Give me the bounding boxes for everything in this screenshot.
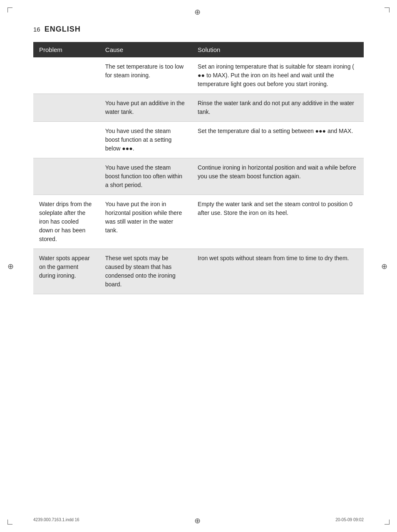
table-row: You have used the steam boost function a… [33,122,364,158]
cell-solution: Set an ironing temperature that is suita… [192,57,364,94]
corner-mark-bottom-right [383,518,390,525]
table-row: Water drips from the soleplate after the… [33,195,364,249]
cell-cause: You have used the steam boost function t… [99,158,192,195]
crosshair-left [7,262,16,270]
col-header-problem: Problem [33,42,99,57]
col-header-solution: Solution [192,42,364,57]
cell-solution: Continue ironing in horizontal position … [192,158,364,195]
cell-problem: Water drips from the soleplate after the… [33,195,99,249]
cell-solution: Rinse the water tank and do not put any … [192,94,364,122]
page-header: 16 ENGLISH [33,25,364,34]
troubleshooting-table: Problem Cause Solution The set temperatu… [33,42,364,294]
col-header-cause: Cause [99,42,192,57]
cell-problem [33,158,99,195]
table-row: You have used the steam boost function t… [33,158,364,195]
corner-mark-top-left [7,7,14,14]
crosshair-right [381,262,390,270]
cell-problem [33,94,99,122]
corner-mark-top-right [383,7,390,14]
cell-cause: You have put the iron in horizontal posi… [99,195,192,249]
crosshair-top [194,7,203,16]
cell-cause: You have put an additive in the water ta… [99,94,192,122]
page-number: 16 [33,26,40,33]
cell-cause: You have used the steam boost function a… [99,122,192,158]
cell-problem: Water spots appear on the garment during… [33,249,99,294]
cell-solution: Iron wet spots without steam from time t… [192,249,364,294]
page-footer: 4239.000.7163.1.indd 16 20-05-09 09:02 [33,517,364,522]
cell-cause: These wet spots may be caused by steam t… [99,249,192,294]
table-row: Water spots appear on the garment during… [33,249,364,294]
cell-solution: Empty the water tank and set the steam c… [192,195,364,249]
table-header-row: Problem Cause Solution [33,42,364,57]
footer-filename: 4239.000.7163.1.indd 16 [33,517,79,522]
page-language: ENGLISH [45,25,81,34]
cell-solution: Set the temperature dial to a setting be… [192,122,364,158]
cell-cause: The set temperature is too low for steam… [99,57,192,94]
cell-problem [33,57,99,94]
footer-timestamp: 20-05-09 09:02 [335,517,364,522]
cell-problem [33,122,99,158]
table-row: You have put an additive in the water ta… [33,94,364,122]
corner-mark-bottom-left [7,518,14,525]
table-row: The set temperature is too low for steam… [33,57,364,94]
